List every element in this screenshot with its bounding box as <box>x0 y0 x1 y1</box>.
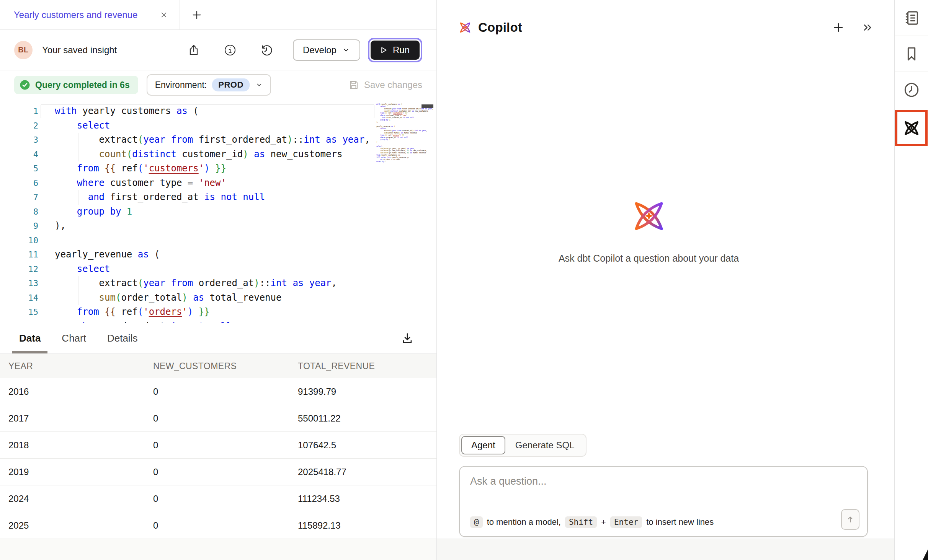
code-line: 13 extract(year from ordered_at)::int as… <box>0 276 436 291</box>
save-icon <box>348 79 359 91</box>
send-button[interactable] <box>841 509 859 530</box>
results-table-body: 2016091399.7920170550011.2220180107642.5… <box>0 378 436 539</box>
mode-agent-button[interactable]: Agent <box>461 436 505 454</box>
results-table-footer <box>0 539 436 560</box>
code-line: 8 group by 1 <box>0 205 436 219</box>
table-cell: 2018 <box>8 440 153 451</box>
mode-generate-sql-button[interactable]: Generate SQL <box>505 437 585 454</box>
table-cell: 0 <box>153 440 298 451</box>
input-placeholder: Ask a question... <box>470 475 547 487</box>
query-status-badge: Query completed in 6s <box>14 76 138 94</box>
sidebar-item-copilot-highlighted[interactable] <box>895 110 928 146</box>
copilot-header: Copilot <box>458 17 874 38</box>
table-cell: 2025418.77 <box>298 467 436 477</box>
dbt-copilot-icon <box>902 119 921 137</box>
table-row[interactable]: 20250115892.13 <box>0 512 436 539</box>
environment-label: Environment: <box>155 80 207 90</box>
column-header-year[interactable]: YEAR <box>8 361 153 371</box>
copilot-title: Copilot <box>478 20 522 35</box>
tab-details[interactable]: Details <box>107 323 137 353</box>
run-button-focus-ring: Run <box>368 38 422 62</box>
right-sidebar-rail <box>894 0 928 560</box>
run-button[interactable]: Run <box>371 41 420 60</box>
table-cell: 2025 <box>8 520 153 531</box>
code-lines: 1with yearly_customers as (2 select3 ext… <box>0 104 436 323</box>
table-cell: 115892.13 <box>298 520 436 531</box>
code-line: 5 from {{ ref('customers') }} <box>0 161 436 176</box>
table-row[interactable]: 2016091399.79 <box>0 378 436 405</box>
tab-bar: Yearly customers and revenue <box>0 0 436 30</box>
table-cell: 111234.53 <box>298 493 436 504</box>
results-table-header: YEAR NEW_CUSTOMERS TOTAL_REVENUE <box>0 354 436 378</box>
input-hint: @ to mention a model, Shift + Enter to i… <box>470 516 714 528</box>
download-results-button[interactable] <box>400 331 415 346</box>
code-line: 12 select <box>0 262 436 277</box>
column-header-new-customers[interactable]: NEW_CUSTOMERS <box>153 361 298 371</box>
code-line: 9), <box>0 219 436 233</box>
avatar[interactable]: BL <box>14 41 33 59</box>
clock-icon <box>903 81 920 99</box>
plus-icon <box>832 21 845 34</box>
save-changes-label: Save changes <box>364 80 422 90</box>
develop-label: Develop <box>303 45 337 55</box>
plus-icon <box>191 9 203 21</box>
tab-title: Yearly customers and revenue <box>14 10 158 20</box>
sidebar-item-catalog[interactable] <box>895 0 928 36</box>
table-cell: 0 <box>153 493 298 504</box>
run-label: Run <box>393 45 410 55</box>
table-cell: 0 <box>153 386 298 397</box>
code-line: 2 select <box>0 119 436 133</box>
sidebar-item-history[interactable] <box>895 72 928 108</box>
tab-data[interactable]: Data <box>19 323 41 353</box>
tab-yearly-customers-and-revenue[interactable]: Yearly customers and revenue <box>0 0 180 29</box>
app-root: Yearly customers and revenue BL Your sav… <box>0 0 928 560</box>
editor-scrollbar-thumb[interactable] <box>422 104 433 108</box>
tab-chart[interactable]: Chart <box>62 323 86 353</box>
info-button[interactable] <box>223 43 237 57</box>
code-line: 4 count(distinct customer_id) as new_cus… <box>0 147 436 162</box>
toolbar-actions: Develop Run <box>165 38 422 62</box>
copilot-panel: Copilot Ask dbt Copilot a question about… <box>436 0 894 560</box>
copilot-mode-switcher: Agent Generate SQL <box>459 434 587 457</box>
editor-minimap[interactable]: with yearly_customers as ( select extrac… <box>376 103 434 317</box>
results-tab-bar: Data Chart Details <box>0 323 436 354</box>
arrow-up-icon <box>845 514 855 524</box>
status-bar: Query completed in 6s Environment: PROD … <box>0 70 436 99</box>
info-icon <box>224 44 237 57</box>
collapse-panel-button[interactable] <box>861 21 874 34</box>
new-conversation-button[interactable] <box>832 21 845 34</box>
table-cell: 2019 <box>8 467 153 477</box>
table-cell: 91399.79 <box>298 386 436 397</box>
table-row[interactable]: 20170550011.22 <box>0 405 436 432</box>
table-cell: 0 <box>153 467 298 477</box>
new-tab-button[interactable] <box>186 0 207 29</box>
code-line: 7 and first_ordered_at is not null <box>0 190 436 205</box>
chevron-down-icon <box>255 81 263 89</box>
save-changes-button[interactable]: Save changes <box>348 79 422 91</box>
develop-dropdown[interactable]: Develop <box>293 39 360 61</box>
code-line: 16 where ordered_at is not null <box>0 319 436 324</box>
sql-editor[interactable]: 1with yearly_customers as (2 select3 ext… <box>0 99 436 323</box>
chevrons-right-icon <box>861 21 874 34</box>
column-header-total-revenue[interactable]: TOTAL_REVENUE <box>298 361 436 371</box>
play-icon <box>378 45 388 55</box>
close-tab-icon[interactable] <box>158 9 170 21</box>
share-button[interactable] <box>186 43 201 57</box>
table-cell: 2024 <box>8 493 153 504</box>
notebook-icon <box>903 9 920 27</box>
history-button[interactable] <box>259 43 274 57</box>
sidebar-item-saved[interactable] <box>895 36 928 72</box>
chevron-down-icon <box>342 46 350 54</box>
environment-value-badge: PROD <box>212 78 250 91</box>
share-icon <box>187 44 200 57</box>
bookmark-icon <box>903 45 920 63</box>
copilot-question-input[interactable]: Ask a question... @ to mention a model, … <box>459 466 868 537</box>
code-line: 14 sum(order_total) as total_revenue <box>0 291 436 305</box>
download-icon <box>400 332 414 345</box>
enter-key-badge: Enter <box>610 516 642 528</box>
table-row[interactable]: 20240111234.53 <box>0 485 436 512</box>
environment-selector[interactable]: Environment: PROD <box>147 74 271 96</box>
table-row[interactable]: 20180107642.5 <box>0 432 436 459</box>
table-row[interactable]: 201902025418.77 <box>0 459 436 485</box>
table-cell: 550011.22 <box>298 413 436 424</box>
